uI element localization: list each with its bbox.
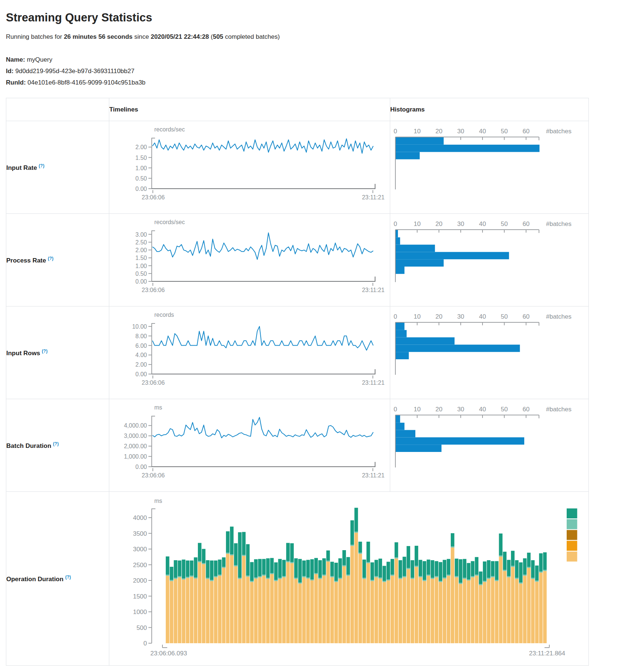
svg-text:23:06:06: 23:06:06	[142, 287, 165, 293]
svg-text:2500: 2500	[133, 562, 147, 569]
svg-text:#batches: #batches	[546, 128, 571, 135]
svg-text:30: 30	[457, 406, 464, 413]
svg-text:1.50: 1.50	[135, 155, 147, 161]
svg-text:8.00: 8.00	[135, 333, 147, 339]
svg-text:50: 50	[501, 406, 508, 413]
operation-duration-row: Operation Duration (?) ms400035003000250…	[6, 492, 589, 666]
svg-text:3500: 3500	[133, 530, 147, 537]
input-rate-row: Input Rate (?) records/sec2.001.501.000.…	[6, 121, 589, 214]
svg-text:20: 20	[436, 220, 443, 227]
batch-duration-help-icon[interactable]: (?)	[53, 441, 59, 446]
operation-duration-label: Operation Duration (?)	[6, 492, 109, 666]
svg-text:23:06:06: 23:06:06	[142, 380, 165, 386]
input-rows-row: Input Rows (?) records10.008.006.004.002…	[6, 306, 589, 399]
svg-text:3000: 3000	[133, 546, 147, 553]
process-rate-histogram-cell: 0102030405060#batches	[390, 214, 589, 306]
svg-text:2.50: 2.50	[135, 239, 147, 246]
input-rows-label: Input Rows (?)	[6, 306, 109, 399]
svg-text:1.00: 1.00	[135, 165, 147, 171]
svg-text:20: 20	[436, 128, 443, 135]
svg-text:23:11:21.864: 23:11:21.864	[529, 650, 565, 657]
input-rows-histogram-chart: 0102030405060#batches	[390, 306, 588, 399]
input-rows-help-icon[interactable]: (?)	[42, 349, 47, 354]
svg-text:6.00: 6.00	[135, 343, 147, 349]
svg-text:23:06:06: 23:06:06	[142, 194, 165, 200]
operation-duration-stacked-chart: ms4000350030002500200015001000500023:06:…	[109, 492, 588, 665]
svg-text:2.00: 2.00	[135, 144, 147, 150]
svg-text:4000: 4000	[133, 514, 147, 521]
operation-duration-help-icon[interactable]: (?)	[65, 575, 71, 580]
svg-text:50: 50	[501, 128, 508, 135]
process-rate-histogram-chart: 0102030405060#batches	[390, 214, 588, 306]
summary-suffix: completed batches)	[223, 33, 280, 40]
query-info: Name: myQuery Id: 9d0dd219-995d-423e-b97…	[6, 54, 625, 88]
svg-text:500: 500	[137, 624, 147, 631]
running-duration: 26 minutes 56 seconds	[64, 33, 133, 40]
input-rate-histogram-cell: 0102030405060#batches	[390, 121, 589, 214]
input-rows-timeline-chart: records10.008.006.004.002.000.0023:06:06…	[109, 306, 390, 399]
svg-text:50: 50	[501, 220, 508, 227]
svg-text:4,000.00: 4,000.00	[124, 422, 147, 429]
process-rate-row: Process Rate (?) records/sec3.002.502.00…	[6, 214, 589, 306]
svg-text:20: 20	[436, 406, 443, 413]
running-batches-summary: Running batches for 26 minutes 56 second…	[6, 33, 625, 41]
batch-duration-histogram-cell: 0102030405060#batches	[390, 399, 589, 492]
svg-text:0.00: 0.00	[135, 278, 147, 285]
query-name-value: myQuery	[25, 56, 52, 63]
svg-text:60: 60	[523, 220, 530, 227]
svg-text:10: 10	[414, 220, 421, 227]
histograms-header: Histograms	[390, 98, 589, 121]
svg-text:0: 0	[394, 406, 397, 413]
batch-duration-timeline-chart: ms4,000.003,000.002,000.001,000.000.0023…	[109, 399, 390, 491]
svg-text:#batches: #batches	[546, 220, 571, 227]
completed-batches-count: 505	[213, 33, 223, 40]
input-rate-histogram-chart: 0102030405060#batches	[390, 121, 588, 213]
query-runid-line: RunId: 04e101e6-8bf8-4165-9099-9104c951b…	[6, 77, 625, 88]
svg-text:0: 0	[394, 128, 397, 135]
svg-text:1,000.00: 1,000.00	[124, 453, 147, 460]
svg-text:ms: ms	[154, 498, 162, 504]
process-rate-help-icon[interactable]: (?)	[48, 256, 53, 261]
process-rate-timeline-cell: records/sec3.002.502.001.501.000.500.002…	[109, 214, 390, 306]
svg-text:2.00: 2.00	[135, 361, 147, 368]
svg-text:23:06:06.093: 23:06:06.093	[150, 650, 187, 657]
process-rate-label: Process Rate (?)	[6, 214, 109, 306]
batch-duration-row: Batch Duration (?) ms4,000.003,000.002,0…	[6, 399, 589, 492]
svg-text:0: 0	[144, 640, 147, 647]
process-rate-timeline-chart: records/sec3.002.502.001.501.000.500.002…	[109, 214, 390, 306]
svg-text:0: 0	[394, 220, 397, 227]
svg-text:1500: 1500	[133, 593, 147, 600]
svg-text:0.00: 0.00	[135, 371, 147, 377]
svg-text:30: 30	[457, 128, 464, 135]
svg-text:10: 10	[414, 128, 421, 135]
summary-prefix: Running batches for	[6, 33, 64, 40]
svg-text:40: 40	[479, 313, 486, 320]
timelines-header: Timelines	[109, 98, 390, 121]
svg-text:2000: 2000	[133, 577, 147, 584]
svg-text:10: 10	[414, 406, 421, 413]
svg-text:10: 10	[414, 313, 421, 320]
svg-text:1.50: 1.50	[135, 255, 147, 261]
query-id-line: Id: 9d0dd219-995d-423e-b97d-36931110bb27	[6, 65, 625, 77]
svg-text:23:11:21: 23:11:21	[362, 287, 384, 293]
svg-text:60: 60	[523, 313, 530, 320]
statistics-table: Timelines Histograms Input Rate (?) reco…	[6, 98, 589, 666]
input-rows-histogram-cell: 0102030405060#batches	[390, 306, 589, 399]
svg-text:0.00: 0.00	[135, 464, 147, 470]
page-title: Streaming Query Statistics	[6, 11, 625, 24]
svg-text:10.00: 10.00	[132, 323, 147, 330]
svg-text:50: 50	[501, 313, 508, 320]
query-runid-value: 04e101e6-8bf8-4165-9099-9104c951ba3b	[26, 79, 145, 86]
svg-text:23:11:21: 23:11:21	[362, 380, 384, 386]
svg-text:40: 40	[479, 406, 486, 413]
svg-text:23:11:21: 23:11:21	[362, 194, 384, 200]
svg-text:60: 60	[523, 128, 530, 135]
batch-duration-timeline-cell: ms4,000.003,000.002,000.001,000.000.0023…	[109, 399, 390, 492]
input-rate-label: Input Rate (?)	[6, 121, 109, 214]
svg-text:40: 40	[479, 128, 486, 135]
svg-text:30: 30	[457, 313, 464, 320]
svg-text:1.00: 1.00	[135, 263, 147, 269]
input-rate-help-icon[interactable]: (?)	[39, 163, 44, 168]
svg-text:1000: 1000	[133, 608, 147, 616]
svg-text:20: 20	[436, 313, 443, 320]
